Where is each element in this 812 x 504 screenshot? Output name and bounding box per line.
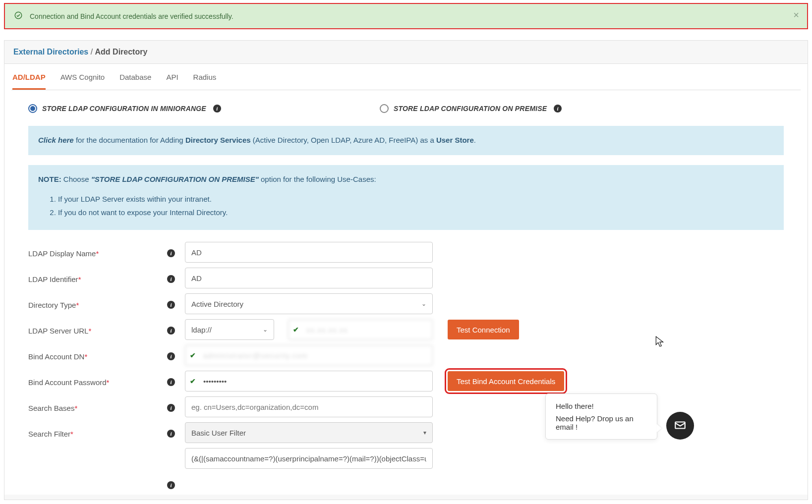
check-icon: ✔ [190, 377, 196, 385]
display-name-input[interactable] [185, 242, 433, 263]
check-icon: ✔ [190, 351, 196, 359]
caret-down-icon: ▾ [423, 429, 426, 436]
close-icon[interactable]: × [793, 10, 799, 20]
list-item: If your LDAP Server exists within your i… [58, 193, 774, 206]
chat-text: Hello there! [556, 402, 647, 410]
bind-dn-input[interactable] [185, 345, 433, 366]
radio-on-premise[interactable]: STORE LDAP CONFIGURATION ON PREMISE i [380, 104, 562, 113]
test-bind-credentials-button[interactable]: Test Bind Account Credentials [448, 371, 564, 391]
info-icon[interactable]: i [167, 301, 175, 309]
mail-icon [674, 419, 687, 433]
scheme-select[interactable]: ldap:// ⌄ [185, 319, 274, 340]
info-icon[interactable]: i [554, 105, 562, 112]
breadcrumb: External Directories / Add Directory [4, 41, 808, 64]
tab-adldap[interactable]: AD/LDAP [12, 64, 46, 90]
tab-aws-cognito[interactable]: AWS Cognito [60, 64, 105, 90]
label-dir-type: Directory Type [28, 301, 76, 309]
test-connection-button[interactable]: Test Connection [448, 320, 519, 339]
alert-text: Connection and Bind Account credentials … [30, 12, 233, 20]
search-bases-input[interactable] [185, 396, 433, 417]
tab-database[interactable]: Database [119, 64, 151, 90]
info-icon[interactable]: i [167, 481, 175, 489]
info-icon[interactable]: i [167, 404, 175, 412]
ldap-form: LDAP Display Name* i LDAP Identifier* i … [11, 230, 801, 495]
label-identifier: LDAP Identifier [28, 275, 78, 283]
config-location-radios: STORE LDAP CONFIGURATION IN MINIORANGE i… [11, 90, 801, 122]
info-icon[interactable]: i [167, 327, 175, 335]
chevron-down-icon: ⌄ [421, 300, 426, 307]
search-filter-select[interactable]: Basic User Filter ▾ [185, 422, 433, 443]
label-search-filter: Search Filter [28, 430, 70, 438]
tab-radius[interactable]: Radius [193, 64, 217, 90]
breadcrumb-current: Add Directory [95, 48, 148, 56]
label-server-url: LDAP Server URL [28, 327, 88, 335]
label-search-bases: Search Bases [28, 404, 74, 412]
bind-password-input[interactable] [185, 371, 433, 392]
check-circle-icon [14, 11, 23, 21]
usecase-note: NOTE: Choose "STORE LDAP CONFIGURATION O… [28, 165, 784, 230]
svg-point-0 [15, 12, 22, 19]
directory-type-select[interactable]: Active Directory ⌄ [185, 293, 433, 314]
info-icon[interactable]: i [167, 378, 175, 386]
label-display-name: LDAP Display Name [28, 249, 96, 258]
documentation-note: Click here for the documentation for Add… [28, 126, 784, 155]
radio-icon [28, 104, 37, 113]
success-alert: Connection and Bind Account credentials … [4, 3, 808, 29]
label-bind-pw: Bind Account Password [28, 378, 107, 387]
chat-popup: Hello there! Need Help? Drop us an email… [545, 393, 657, 440]
server-host-input[interactable] [288, 319, 433, 340]
info-icon[interactable]: i [167, 275, 175, 283]
click-here-link[interactable]: Click here [38, 136, 74, 144]
identifier-input[interactable] [185, 268, 433, 288]
info-icon[interactable]: i [213, 105, 221, 112]
label-bind-dn: Bind Account DN [28, 352, 84, 361]
info-icon[interactable]: i [167, 352, 175, 360]
list-item: If you do not want to expose your Intern… [58, 206, 774, 220]
radio-miniorange[interactable]: STORE LDAP CONFIGURATION IN MINIORANGE i [28, 104, 221, 113]
chat-button[interactable] [666, 412, 694, 440]
chat-text: Need Help? Drop us an email ! [556, 414, 647, 431]
chevron-down-icon: ⌄ [263, 326, 268, 333]
info-icon[interactable]: i [167, 430, 175, 438]
check-icon: ✔ [293, 326, 299, 334]
tab-bar: AD/LDAP AWS Cognito Database API Radius [11, 64, 801, 90]
breadcrumb-link[interactable]: External Directories [13, 48, 88, 56]
search-filter-expression[interactable] [185, 448, 433, 469]
tab-api[interactable]: API [166, 64, 178, 90]
info-icon[interactable]: i [167, 249, 175, 257]
radio-icon [380, 104, 389, 113]
